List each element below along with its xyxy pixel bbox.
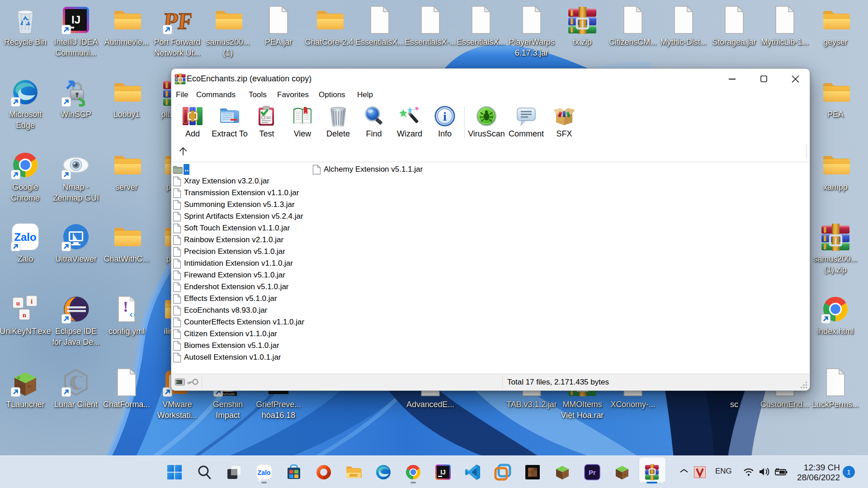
svg-text:Zalo: Zalo (258, 469, 271, 476)
svg-text:IJ: IJ (71, 14, 80, 26)
svg-text:!: ! (123, 298, 128, 315)
svg-text:Pr: Pr (589, 469, 596, 476)
svg-text:i: i (31, 298, 33, 305)
svg-text:Zalo: Zalo (14, 231, 36, 243)
svg-text:i: i (443, 109, 447, 123)
svg-text:OVOVZR: OVOVZR (221, 393, 235, 396)
svg-text:u: u (16, 300, 20, 307)
svg-text:n: n (23, 311, 27, 319)
svg-text:IJ: IJ (440, 469, 446, 476)
